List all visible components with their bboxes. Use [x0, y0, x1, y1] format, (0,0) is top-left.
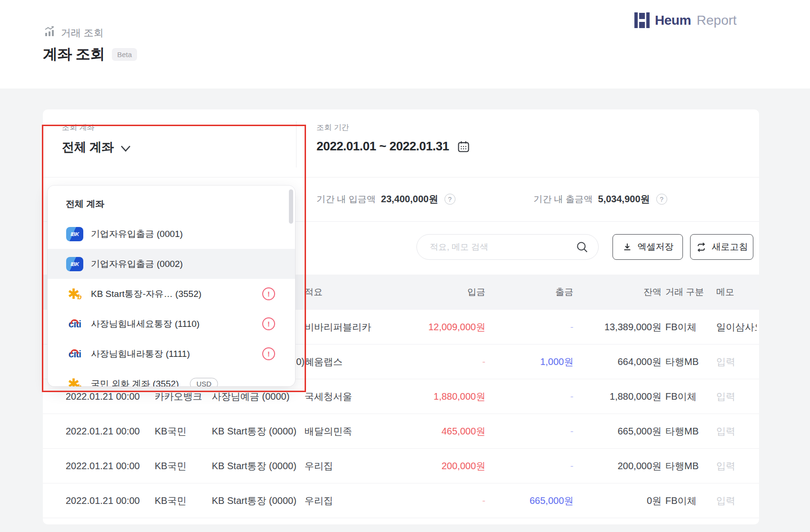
- cell-memo[interactable]: 입력: [716, 425, 757, 438]
- cell-desc: 우리집: [305, 460, 381, 473]
- cell-balance: 665,000원: [573, 425, 662, 438]
- cell-type: FB이체: [665, 321, 713, 334]
- account-dropdown: 전체 계좌 IBK 기업자유입출금 (0001) IBK 기업자유입출금 (00…: [48, 186, 295, 386]
- cell-date: 2022.01.21 00:00: [66, 391, 142, 402]
- cell-withdraw: 1,000원: [485, 355, 573, 368]
- ibk-bank-icon: IBK: [66, 256, 84, 273]
- cell-memo[interactable]: 입력: [716, 390, 757, 403]
- kb-bank-icon: ✱b: [66, 375, 84, 387]
- search-box: [416, 234, 599, 260]
- period-filter-label: 조회 기간: [316, 123, 470, 133]
- cell-balance: 200,000원: [573, 460, 662, 473]
- breadcrumb-label: 거래 조회: [61, 26, 104, 39]
- cell-balance: 664,000원: [573, 355, 662, 368]
- cell-memo[interactable]: 일이삼사오: [716, 321, 757, 334]
- cell-type: FB이체: [665, 494, 713, 507]
- cell-deposit: 465,000원: [381, 425, 485, 438]
- cell-desc: 국세청서울: [305, 390, 381, 403]
- currency-badge: USD: [190, 378, 218, 386]
- heum-report-logo: Heum Report: [634, 12, 737, 28]
- cell-account: KB Start통장 (0000): [212, 425, 305, 438]
- heum-logo-icon: [634, 12, 650, 28]
- dropdown-item[interactable]: IBK 기업자유입출금 (0002): [48, 249, 295, 279]
- topbar: 거래 조회 계좌 조회 Beta Heum Report: [0, 0, 810, 89]
- page: 거래 조회 계좌 조회 Beta Heum Report 조회 계좌 전체 계좌…: [0, 0, 810, 532]
- cell-withdraw: -: [485, 322, 573, 333]
- warning-icon[interactable]: !: [262, 347, 275, 360]
- header-memo: 메모: [716, 286, 757, 298]
- download-icon: [622, 242, 632, 252]
- warning-icon[interactable]: !: [262, 287, 275, 300]
- refresh-icon: [696, 242, 707, 253]
- title-row: 계좌 조회 Beta: [43, 44, 137, 64]
- cell-account: KB Start통장 (0000): [212, 494, 305, 507]
- dropdown-item[interactable]: IBK 기업자유입출금 (0001): [48, 219, 295, 249]
- account-filter: 조회 계좌 전체 계좌: [62, 123, 131, 156]
- cell-memo[interactable]: 입력: [716, 460, 757, 473]
- question-icon[interactable]: ?: [445, 194, 455, 205]
- citi-bank-icon: citi: [66, 315, 84, 333]
- table-row: 2022.01.21 00:00 KB국민 KB Start통장 (0000) …: [43, 414, 759, 449]
- cell-type: 타행MB: [665, 355, 713, 368]
- cell-memo[interactable]: 입력: [716, 355, 757, 368]
- cell-deposit: 200,000원: [381, 460, 485, 473]
- header-type: 거래 구분: [665, 286, 713, 298]
- cell-withdraw: -: [485, 391, 573, 402]
- cell-date: 2022.01.21 00:00: [66, 461, 142, 472]
- cell-date: 2022.01.21 00:00: [66, 495, 142, 506]
- cell-memo[interactable]: 입력: [716, 494, 757, 507]
- excel-save-button[interactable]: 엑셀저장: [612, 234, 683, 260]
- cell-deposit: 1,880,000원: [381, 390, 485, 403]
- dropdown-item[interactable]: citi 사장님힘내세요통장 (1110) !: [48, 309, 295, 339]
- account-selector[interactable]: 전체 계좌: [62, 139, 131, 156]
- deposit-summary: 기간 내 입금액 23,400,000원 ?: [316, 177, 455, 221]
- header-deposit: 입금: [381, 286, 485, 298]
- dropdown-item[interactable]: citi 사장님힘내라통장 (1111) !: [48, 339, 295, 369]
- refresh-label: 새로고침: [712, 241, 748, 253]
- search-icon[interactable]: [576, 241, 589, 254]
- citi-bank-icon: citi: [66, 345, 84, 363]
- cell-bank: KB국민: [155, 494, 202, 507]
- cell-type: 타행MB: [665, 460, 713, 473]
- cell-bank: 카카오뱅크: [155, 390, 202, 403]
- cell-bank: KB국민: [155, 425, 202, 438]
- period-filter: 조회 기간 2022.01.01 ~ 2022.01.31: [316, 123, 470, 154]
- bar-chart-icon: [44, 26, 56, 39]
- cell-withdraw: -: [485, 461, 573, 472]
- cell-desc: 비바리퍼블리카: [305, 321, 381, 334]
- cell-deposit: 12,009,000원: [381, 321, 485, 334]
- cell-deposit: -: [381, 495, 485, 506]
- beta-badge: Beta: [112, 48, 137, 61]
- dropdown-item-all-accounts[interactable]: 전체 계좌: [48, 189, 295, 219]
- filter-divider: [296, 121, 296, 167]
- withdraw-summary-label: 기간 내 출금액: [533, 193, 593, 206]
- period-selector-value: 2022.01.01 ~ 2022.01.31: [316, 139, 449, 154]
- calendar-icon[interactable]: [457, 140, 470, 153]
- cell-account: 사장님예금 (0000): [212, 390, 305, 403]
- cell-type: 타행MB: [665, 425, 713, 438]
- cell-desc: 우리집: [305, 494, 381, 507]
- logo-text-heum: Heum: [655, 13, 691, 28]
- account-filter-label: 조회 계좌: [62, 123, 131, 133]
- refresh-button[interactable]: 새로고침: [690, 234, 753, 260]
- cell-type: FB이체: [665, 390, 713, 403]
- question-icon[interactable]: ?: [656, 194, 667, 205]
- deposit-summary-label: 기간 내 입금액: [316, 193, 376, 206]
- cell-account: KB Start통장 (0000): [212, 460, 305, 473]
- cell-withdraw: 665,000원: [485, 494, 573, 507]
- search-input[interactable]: [430, 242, 576, 252]
- cell-date: 2022.01.21 00:00: [66, 426, 142, 437]
- warning-icon[interactable]: !: [262, 317, 275, 330]
- deposit-summary-value: 23,400,000원: [381, 193, 438, 206]
- chevron-down-icon: [120, 145, 131, 152]
- dropdown-item[interactable]: ✱b KB Start통장-자유… (3552) !: [48, 279, 295, 309]
- account-selector-value: 전체 계좌: [62, 139, 114, 156]
- header-withdraw: 출금: [485, 286, 573, 298]
- period-selector[interactable]: 2022.01.01 ~ 2022.01.31: [316, 139, 470, 154]
- table-row: 2022.01.21 00:00 KB국민 KB Start통장 (0000) …: [43, 449, 759, 483]
- logo-text-report: Report: [697, 13, 737, 28]
- dropdown-scrollbar[interactable]: [289, 189, 293, 224]
- dropdown-item[interactable]: ✱b 국민 외화 계좌 (3552) USD: [48, 369, 295, 386]
- excel-save-label: 엑셀저장: [638, 241, 674, 253]
- cell-desc: 혜움랩스: [305, 355, 381, 368]
